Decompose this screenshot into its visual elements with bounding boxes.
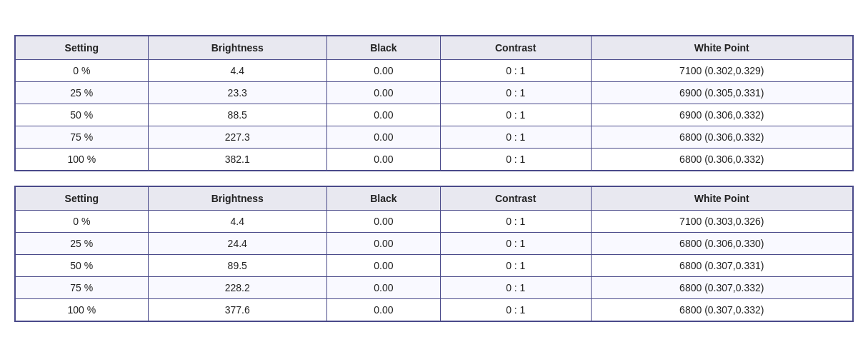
table-2-cell-1-0: 25 %: [15, 233, 148, 255]
table-2-col-setting: Setting: [15, 186, 148, 211]
table-2-col-black: Black: [326, 186, 440, 211]
table-1-cell-2-2: 0.00: [326, 104, 440, 126]
table-2-col-whitepoint: White Point: [591, 186, 853, 211]
table-2-cell-3-4: 6800 (0.307,0.332): [591, 277, 853, 299]
table-1-cell-1-1: 23.3: [148, 82, 326, 104]
table-1-cell-4-2: 0.00: [326, 149, 440, 171]
table-row: 25 %24.40.000 : 16800 (0.306,0.330): [15, 233, 853, 255]
table-2-cell-3-1: 228.2: [148, 277, 326, 299]
table-2-cell-2-2: 0.00: [326, 255, 440, 277]
table-1-cell-2-4: 6900 (0.306,0.332): [591, 104, 853, 126]
table-2-cell-3-3: 0 : 1: [440, 277, 591, 299]
table-2-cell-2-3: 0 : 1: [440, 255, 591, 277]
table-2-col-brightness: Brightness: [148, 186, 326, 211]
table-row: 25 %23.30.000 : 16900 (0.305,0.331): [15, 82, 853, 104]
table-row: 0 %4.40.000 : 17100 (0.302,0.329): [15, 60, 853, 82]
table-2-cell-1-1: 24.4: [148, 233, 326, 255]
table-2-cell-2-0: 50 %: [15, 255, 148, 277]
table-2-cell-2-1: 89.5: [148, 255, 326, 277]
table-2-cell-0-0: 0 %: [15, 211, 148, 233]
table-2-cell-4-1: 377.6: [148, 299, 326, 322]
table-2-cell-2-4: 6800 (0.307,0.331): [591, 255, 853, 277]
table-1-cell-4-4: 6800 (0.306,0.332): [591, 149, 853, 171]
table-2: Setting Brightness Black Contrast White …: [14, 186, 854, 322]
table-1-cell-3-2: 0.00: [326, 126, 440, 149]
table-1-cell-1-3: 0 : 1: [440, 82, 591, 104]
table-row: 50 %89.50.000 : 16800 (0.307,0.331): [15, 255, 853, 277]
table-1-cell-2-3: 0 : 1: [440, 104, 591, 126]
table-1-cell-1-4: 6900 (0.305,0.331): [591, 82, 853, 104]
table-2-cell-1-3: 0 : 1: [440, 233, 591, 255]
table-2-col-contrast: Contrast: [440, 186, 591, 211]
table-2-cell-3-2: 0.00: [326, 277, 440, 299]
table-1-header-row: Setting Brightness Black Contrast White …: [15, 36, 853, 60]
table-2-cell-3-0: 75 %: [15, 277, 148, 299]
table-1-cell-3-3: 0 : 1: [440, 126, 591, 149]
table-2-cell-0-3: 0 : 1: [440, 211, 591, 233]
table-1-cell-0-2: 0.00: [326, 60, 440, 82]
table-row: 50 %88.50.000 : 16900 (0.306,0.332): [15, 104, 853, 126]
table-1-col-contrast: Contrast: [440, 36, 591, 60]
table-1-col-whitepoint: White Point: [591, 36, 853, 60]
table-1-cell-1-2: 0.00: [326, 82, 440, 104]
table-row: 100 %382.10.000 : 16800 (0.306,0.332): [15, 149, 853, 171]
table-1-cell-2-0: 50 %: [15, 104, 148, 126]
table-1-cell-0-3: 0 : 1: [440, 60, 591, 82]
table-row: 75 %228.20.000 : 16800 (0.307,0.332): [15, 277, 853, 299]
table-1: Setting Brightness Black Contrast White …: [14, 35, 854, 171]
table-1-cell-0-4: 7100 (0.302,0.329): [591, 60, 853, 82]
table-2-cell-4-2: 0.00: [326, 299, 440, 322]
table-2-header-row: Setting Brightness Black Contrast White …: [15, 186, 853, 211]
table-1-cell-0-0: 0 %: [15, 60, 148, 82]
table-1-col-brightness: Brightness: [148, 36, 326, 60]
table-2-cell-4-4: 6800 (0.307,0.332): [591, 299, 853, 322]
table-2-cell-0-2: 0.00: [326, 211, 440, 233]
table-1-cell-3-0: 75 %: [15, 126, 148, 149]
table-1-cell-1-0: 25 %: [15, 82, 148, 104]
table-1-cell-3-4: 6800 (0.306,0.332): [591, 126, 853, 149]
table-2-cell-0-1: 4.4: [148, 211, 326, 233]
table-2-cell-1-4: 6800 (0.306,0.330): [591, 233, 853, 255]
table-1-cell-3-1: 227.3: [148, 126, 326, 149]
table-1-col-setting: Setting: [15, 36, 148, 60]
table-2-cell-4-0: 100 %: [15, 299, 148, 322]
table-2-cell-0-4: 7100 (0.303,0.326): [591, 211, 853, 233]
tables-container: Setting Brightness Black Contrast White …: [14, 35, 854, 322]
table-row: 0 %4.40.000 : 17100 (0.303,0.326): [15, 211, 853, 233]
table-1-cell-4-1: 382.1: [148, 149, 326, 171]
table-1-cell-0-1: 4.4: [148, 60, 326, 82]
table-row: 75 %227.30.000 : 16800 (0.306,0.332): [15, 126, 853, 149]
table-row: 100 %377.60.000 : 16800 (0.307,0.332): [15, 299, 853, 322]
table-1-cell-2-1: 88.5: [148, 104, 326, 126]
table-2-cell-4-3: 0 : 1: [440, 299, 591, 322]
table-1-cell-4-3: 0 : 1: [440, 149, 591, 171]
table-2-cell-1-2: 0.00: [326, 233, 440, 255]
table-1-col-black: Black: [326, 36, 440, 60]
table-1-cell-4-0: 100 %: [15, 149, 148, 171]
